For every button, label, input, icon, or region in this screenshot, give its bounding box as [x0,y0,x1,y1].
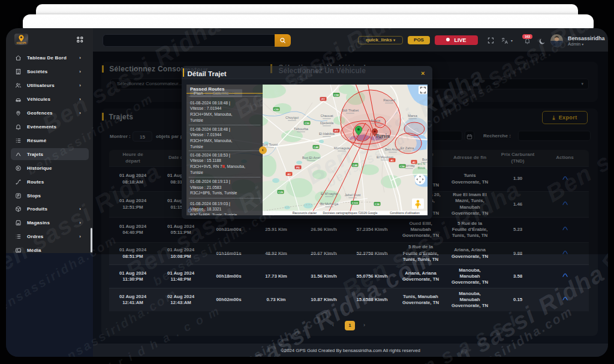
svg-text:Bouk: Bouk [418,166,426,170]
svg-text:El M'nagha: El M'nagha [321,192,338,195]
svg-text:C56: C56 [400,165,405,168]
svg-text:Ez Zahra: Ez Zahra [401,146,415,150]
svg-text:Borj El-Amri: Borj El-Amri [302,156,320,160]
svg-text:C29: C29 [278,191,284,194]
svg-text:Raoued: Raoued [383,98,395,102]
svg-text:C55: C55 [274,108,279,111]
svg-text:C48: C48 [353,164,358,167]
svg-text:Ben Arous: Ben Arous [385,148,401,151]
svg-text:Raccourcis clavier: Raccourcis clavier [293,211,317,215]
svg-text:Bir Mcherga: Bir Mcherga [320,202,339,206]
svg-text:Borj: Borj [422,158,428,161]
svg-text:Tunis: Tunis [375,133,390,139]
svg-text:C50: C50 [305,122,310,125]
svg-text:Données cartographiques ©2026: Données cartographiques ©2026 Google [323,211,378,215]
svg-text:Marsa: Marsa [408,114,417,118]
svg-text:Choyigui: Choyigui [285,116,299,119]
svg-text:P5: P5 [296,166,300,169]
svg-text:C48: C48 [314,146,319,149]
svg-text:Mornaguia: Mornaguia [334,146,350,150]
svg-text:GOLD GPS: GOLD GPS [17,42,26,44]
svg-text:Jebel Oust: Jebel Oust [345,193,361,197]
svg-text:P7: P7 [335,130,338,133]
svg-text:Borj Toumi: Borj Toumi [262,143,278,146]
svg-text:A3: A3 [287,173,291,176]
svg-text:P7: P7 [321,98,325,101]
svg-text:C58: C58 [334,94,339,97]
svg-text:Conditions d'utilisation: Conditions d'utilisation [390,211,420,215]
svg-text:Sidi Thabet: Sidi Thabet [342,109,359,112]
svg-text:A1: A1 [390,159,394,162]
svg-text:A1: A1 [413,161,416,164]
svg-text:Tébourba: Tébourba [294,127,309,131]
svg-text:Ariana: Ariana [371,119,381,122]
svg-text:El-Habibia: El-Habibia [319,132,335,136]
svg-text:Chaouat: Chaouat [320,114,333,118]
svg-text:C36: C36 [375,203,380,206]
svg-text:C133: C133 [352,201,359,204]
svg-text:Djedeida: Djedeida [320,121,334,125]
